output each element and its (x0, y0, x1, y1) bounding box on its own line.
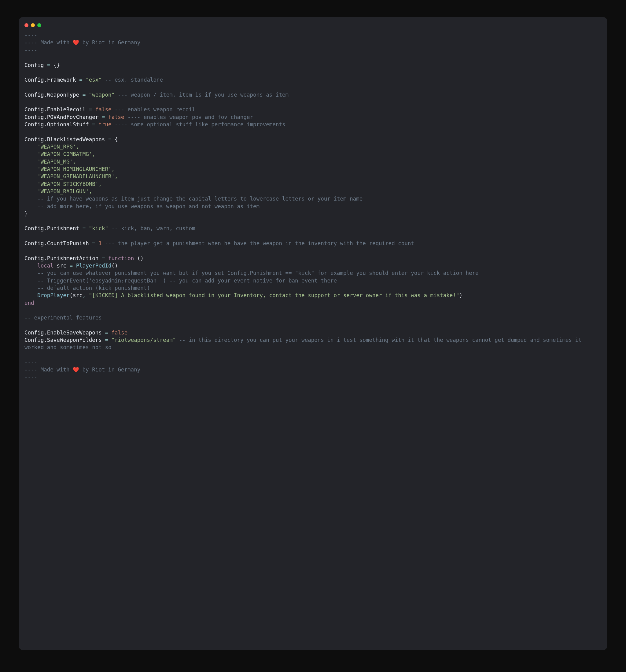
cfg-key: Config.EnableSaveWeapons (24, 330, 102, 336)
list-item: 'WEAPON_STICKYBOMB', (37, 181, 102, 187)
arg-src: src (73, 292, 82, 298)
op-eq: = (89, 106, 92, 113)
heart-icon: ❤️ (73, 366, 79, 373)
maximize-icon[interactable] (37, 23, 41, 27)
exp-cmt: -- experimental features (24, 315, 102, 321)
list-item: 'WEAPON_RPG', (37, 144, 79, 150)
list-item: 'WEAPON_RAILGUN', (37, 188, 92, 194)
list-item: 'WEAPON_HOMINGLAUNCHER', (37, 166, 115, 172)
paren-open: ( (70, 292, 73, 298)
cfg-key: Config.Punishment (24, 225, 79, 232)
list-item: 'WEAPON_GRENADELAUNCHER', (37, 173, 118, 179)
fn-cmt: -- you can use whatever punishment you w… (37, 270, 478, 276)
ident-src: src (56, 263, 66, 269)
kw-end: end (24, 300, 34, 306)
braces: {} (53, 62, 60, 68)
op-eq: = (47, 62, 50, 68)
fn-dropplayer: DropPlayer (37, 292, 69, 298)
op-eq: = (92, 240, 95, 246)
cfg-val: false (95, 106, 112, 113)
cfg-val: "kick" (89, 225, 108, 232)
fn-cmt: -- TriggerEvent('easyadmin:requestBan' )… (37, 278, 337, 284)
footer-line: ---- Made with ❤️ by Riot in Germany (24, 366, 140, 373)
close-icon[interactable] (24, 23, 28, 27)
cfg-val: false (112, 330, 128, 336)
code-window: ---- ---- Made with ❤️ by Riot in German… (19, 17, 607, 650)
cfg-key: Config.OptionalStuff (24, 121, 89, 127)
heart-icon: ❤️ (73, 40, 79, 46)
paren-close: ) (459, 292, 462, 298)
op-eq: = (102, 114, 105, 120)
op-eq: = (102, 255, 105, 261)
list-cmt: -- if you have weapons as item just chan… (37, 196, 362, 202)
list-item: 'WEAPON_MG', (37, 159, 76, 165)
op-eq: = (70, 263, 73, 269)
cfg-val: "esx" (86, 77, 102, 83)
cfg-cmt: --- weapon / item, item is if you use we… (118, 92, 289, 98)
dash-line: ---- (24, 359, 37, 365)
kw-local: local (37, 263, 53, 269)
cfg-val: "weapon" (89, 92, 115, 98)
code-block: ---- ---- Made with ❤️ by Riot in German… (24, 31, 602, 381)
cfg-cmt: -- esx, standalone (105, 77, 163, 83)
cfg-cmt: -- in this directory you can put your we… (24, 337, 585, 351)
kw-function: function (108, 255, 134, 261)
op-eq: = (105, 337, 108, 343)
fn-cmt: -- default action (kick punishment) (37, 285, 150, 291)
paren: () (137, 255, 144, 261)
paren: () (112, 263, 118, 269)
cfg-key: Config.PunishmentAction (24, 255, 98, 261)
cfg-key: Config.BlacklistedWeapons (24, 136, 105, 142)
list-cmt: -- add more here, if you use weapons as … (37, 203, 260, 210)
cfg-val: 1 (98, 240, 102, 246)
op-eq: = (82, 225, 86, 232)
list-item: 'WEAPON_COMBATMG', (37, 151, 95, 157)
cfg-cmt: -- kick, ban, warn, custom (112, 225, 195, 232)
op-eq: = (82, 92, 86, 98)
cfg-key: Config.CountToPunish (24, 240, 89, 246)
cfg-key: Config.SaveWeaponFolders (24, 337, 102, 343)
brace-open: { (115, 136, 118, 142)
cfg-key: Config.WeaponType (24, 92, 79, 98)
dash-line: ---- (24, 374, 37, 380)
cfg-val: true (98, 121, 111, 127)
op-eq: = (92, 121, 95, 127)
brace-close: } (24, 211, 28, 217)
cfg-cmt: ---- enables weapon pov and fov changer (127, 114, 253, 120)
cfg-val: false (108, 114, 124, 120)
cfg-cmt: --- the player get a punishment when he … (105, 240, 414, 246)
op-eq: = (79, 77, 82, 83)
op-eq: = (105, 330, 108, 336)
cfg-key: Config.POVAndFovChanger (24, 114, 98, 120)
minimize-icon[interactable] (31, 23, 35, 27)
dash-line: ---- (24, 32, 37, 38)
cfg-key: Config.EnableRecoil (24, 106, 86, 113)
op-eq: = (108, 136, 112, 142)
arg-msg: "[KICKED] A blacklisted weapon found in … (89, 292, 459, 298)
header-line: ---- Made with ❤️ by Riot in Germany (24, 40, 140, 46)
cfg-val: "riotweapons/stream" (112, 337, 176, 343)
config-declare: Config (24, 62, 44, 68)
window-titlebar (24, 23, 602, 31)
dash-line: ---- (24, 47, 37, 53)
cfg-cmt: ---- some optional stuff like perfomance… (115, 121, 285, 127)
comma: , (82, 292, 89, 298)
cfg-key: Config.Framework (24, 77, 76, 83)
fn-playerped: PlayerPedId (76, 263, 112, 269)
cfg-cmt: --- enables weapon recoil (115, 106, 195, 113)
